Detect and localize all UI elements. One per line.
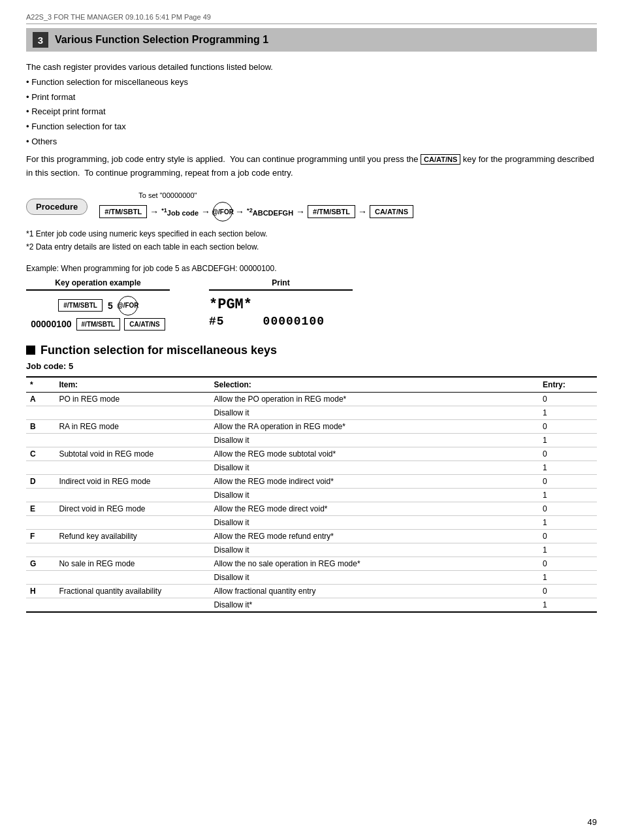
cell-item xyxy=(55,460,210,474)
table-row: Disallow it1 xyxy=(26,406,597,419)
cell-letter xyxy=(26,543,55,557)
cell-selection: Allow fractional quantity entry xyxy=(210,584,539,598)
ex-key1: #/TM/SBTL xyxy=(58,299,103,312)
cell-item xyxy=(55,406,210,419)
table-row: HFractional quantity availabilityAllow f… xyxy=(26,584,597,598)
table-row: Disallow it1 xyxy=(26,488,597,502)
arrow3: → xyxy=(235,206,244,217)
cell-item xyxy=(55,488,210,502)
cell-item: Refund key availability xyxy=(55,529,210,543)
example-section: Example: When programming for job code 5… xyxy=(26,264,597,331)
job-code-line: Job code: 5 xyxy=(26,361,597,371)
cell-letter xyxy=(26,570,55,584)
arrow4: → xyxy=(296,206,305,217)
cell-selection: Disallow it xyxy=(210,488,539,502)
key-op-row1: #/TM/SBTL 5 @/FOR xyxy=(58,296,137,315)
cell-item xyxy=(55,433,210,447)
function-table: * Item: Selection: Entry: APO in REG mod… xyxy=(26,376,597,613)
cell-selection: Disallow it* xyxy=(210,598,539,612)
cell-letter xyxy=(26,515,55,529)
flow-container: To set "00000000" #/TM/SBTL → *1Job code… xyxy=(99,191,413,221)
cell-letter xyxy=(26,460,55,474)
print-table: Print *PGM* #5 00000100 xyxy=(209,278,353,330)
print-line1: *PGM* xyxy=(209,296,353,315)
page-header: A22S_3 FOR THE MANAGER 09.10.16 5:41 PM … xyxy=(26,13,597,24)
key-for: @/FOR xyxy=(213,202,232,221)
cell-selection: Disallow it xyxy=(210,543,539,557)
th-entry: Entry: xyxy=(539,377,597,393)
cell-entry: 0 xyxy=(539,419,597,433)
cell-letter: C xyxy=(26,447,55,460)
cell-entry: 0 xyxy=(539,502,597,515)
cell-selection: Allow the REG mode direct void* xyxy=(210,502,539,515)
cell-item xyxy=(55,515,210,529)
intro-line1: The cash register provides various detai… xyxy=(26,61,597,74)
procedure-area: Procedure To set "00000000" #/TM/SBTL → … xyxy=(26,191,597,221)
table-head: * Item: Selection: Entry: xyxy=(26,377,597,393)
cell-entry: 0 xyxy=(539,474,597,488)
footnote-2: *2 Data entry details are listed on each… xyxy=(26,241,597,253)
th-selection: Selection: xyxy=(210,377,539,393)
key-op-table: Key operation example #/TM/SBTL 5 @/FOR … xyxy=(26,278,170,331)
cell-letter: A xyxy=(26,392,55,406)
cell-selection: Disallow it xyxy=(210,570,539,584)
cell-entry: 1 xyxy=(539,543,597,557)
cell-item: No sale in REG mode xyxy=(55,557,210,570)
flow-row: #/TM/SBTL → *1Job code → @/FOR → *2ABCDE… xyxy=(99,202,413,221)
cell-entry: 0 xyxy=(539,447,597,460)
cell-selection: Disallow it xyxy=(210,406,539,419)
table-row: Disallow it1 xyxy=(26,570,597,584)
cell-item xyxy=(55,543,210,557)
cell-item: Direct void in REG mode xyxy=(55,502,210,515)
key-hashtm: #/TM/SBTL xyxy=(99,205,147,218)
cell-item: Indirect void in REG mode xyxy=(55,474,210,488)
cell-item xyxy=(55,598,210,612)
ex-for: @/FOR xyxy=(118,296,138,315)
function-section: Function selection for miscellaneous key… xyxy=(26,344,597,613)
key-op-body: #/TM/SBTL 5 @/FOR 00000100 #/TM/SBTL CA/… xyxy=(26,296,170,331)
arrow1: → xyxy=(150,206,159,217)
print-line2: #5 00000100 xyxy=(209,314,353,329)
section-heading: 3 Various Function Selection Programming… xyxy=(26,28,597,52)
ex-caatns: CA/AT/NS xyxy=(124,318,165,331)
black-square-icon xyxy=(26,346,35,355)
cell-selection: Allow the RA operation in REG mode* xyxy=(210,419,539,433)
key-hashtm2: #/TM/SBTL xyxy=(308,205,355,218)
intro-block: The cash register provides various detai… xyxy=(26,61,597,180)
cell-item: PO in REG mode xyxy=(55,392,210,406)
example-title: Example: When programming for job code 5… xyxy=(26,264,597,273)
cell-letter: B xyxy=(26,419,55,433)
cell-letter xyxy=(26,598,55,612)
table-row: FRefund key availabilityAllow the REG mo… xyxy=(26,529,597,543)
cell-entry: 0 xyxy=(539,557,597,570)
cell-letter: E xyxy=(26,502,55,515)
cell-entry: 1 xyxy=(539,515,597,529)
func-section-heading: Function selection for miscellaneous key… xyxy=(26,344,597,357)
abcdefgh-label: *2ABCDEFGH xyxy=(247,207,293,217)
table-row: GNo sale in REG modeAllow the no sale op… xyxy=(26,557,597,570)
cell-item: RA in REG mode xyxy=(55,419,210,433)
table-row: Disallow it1 xyxy=(26,460,597,474)
footnotes: *1 Enter job code using numeric keys spe… xyxy=(26,228,597,253)
section-title: Various Function Selection Programming 1 xyxy=(55,34,268,46)
table-row: CSubtotal void in REG modeAllow the REG … xyxy=(26,447,597,460)
cell-selection: Disallow it xyxy=(210,433,539,447)
table-row: APO in REG modeAllow the PO operation in… xyxy=(26,392,597,406)
cell-selection: Disallow it xyxy=(210,460,539,474)
cell-entry: 1 xyxy=(539,488,597,502)
print-header: Print xyxy=(209,278,353,291)
table-header-row: * Item: Selection: Entry: xyxy=(26,377,597,393)
ex-data: 00000100 xyxy=(31,319,71,329)
cell-selection: Allow the REG mode refund entry* xyxy=(210,529,539,543)
cell-selection: Allow the REG mode subtotal void* xyxy=(210,447,539,460)
table-row: DIndirect void in REG modeAllow the REG … xyxy=(26,474,597,488)
cell-entry: 0 xyxy=(539,529,597,543)
cell-item: Fractional quantity availability xyxy=(55,584,210,598)
cell-item xyxy=(55,570,210,584)
key-caatns: CA/AT/NS xyxy=(370,205,413,218)
arrow2: → xyxy=(201,206,210,217)
th-item: Item: xyxy=(55,377,210,393)
table-row: Disallow it*1 xyxy=(26,598,597,612)
cell-selection: Allow the REG mode indirect void* xyxy=(210,474,539,488)
cell-letter xyxy=(26,406,55,419)
